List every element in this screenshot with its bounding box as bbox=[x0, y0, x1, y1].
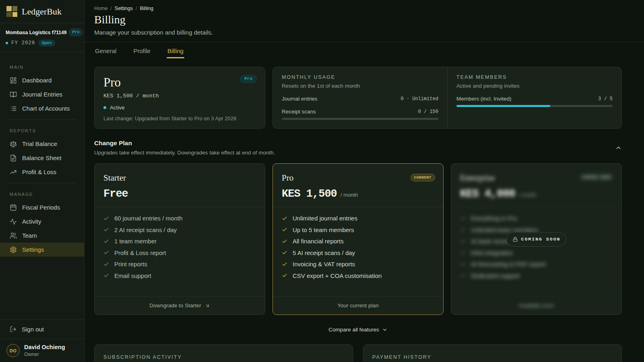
breadcrumb-home[interactable]: Home bbox=[94, 6, 107, 11]
plan-period: / month bbox=[519, 192, 536, 198]
usage-row-label: Receipt scans bbox=[282, 109, 316, 115]
check-icon bbox=[460, 216, 466, 221]
plan-last-change: Last change: Upgraded from Starter to Pr… bbox=[103, 115, 256, 121]
sidebar-item-team[interactable]: Team bbox=[0, 228, 84, 243]
plan-feature: Up to 5 team members bbox=[293, 226, 354, 233]
users-icon bbox=[10, 232, 17, 239]
sidebar-item-trial-balance[interactable]: Trial Balance bbox=[0, 137, 84, 151]
plan-feature: Profit & Loss report bbox=[114, 249, 166, 256]
sidebar-item-label: Profit & Loss bbox=[22, 169, 56, 175]
nav-section-reports: REPORTS bbox=[0, 120, 84, 137]
plan-feature: 1 team member bbox=[114, 238, 157, 245]
chevron-down-icon bbox=[382, 327, 388, 333]
user-role: Owner bbox=[24, 352, 65, 357]
check-icon bbox=[460, 273, 466, 278]
sidebar-item-label: Dashboard bbox=[22, 77, 52, 84]
file-text-icon bbox=[10, 154, 17, 162]
arrow-down-right-icon bbox=[205, 303, 210, 308]
coming-soon-overlay: COMING SOON bbox=[506, 232, 567, 247]
plan-feature: Email support bbox=[114, 272, 151, 279]
plan-feature: AI forecasting & PDF export bbox=[471, 261, 546, 267]
breadcrumb-billing: Billing bbox=[140, 6, 153, 11]
dashboard-icon bbox=[10, 77, 17, 84]
plan-amount: KES 4,000 bbox=[460, 188, 515, 200]
subscription-activity-card: SUBSCRIPTION ACTIVITY Recent changes to … bbox=[94, 344, 353, 362]
breadcrumb: Home/Settings/Billing bbox=[94, 6, 634, 11]
tab-general[interactable]: General bbox=[94, 42, 117, 58]
check-icon bbox=[282, 273, 287, 278]
fiscal-year: FY 2026 bbox=[11, 40, 35, 46]
usage-row-value: 0 · Unlimited bbox=[400, 96, 438, 102]
check-icon bbox=[103, 216, 109, 221]
payment-history-title: PAYMENT HISTORY bbox=[372, 354, 613, 360]
members-label: Members (incl. Invited) bbox=[456, 96, 512, 102]
downgrade-button[interactable]: Downgrade to Starter bbox=[95, 296, 265, 315]
sidebar-item-dashboard[interactable]: Dashboard bbox=[0, 73, 84, 87]
check-icon bbox=[282, 216, 287, 221]
billing-content: Pro Pro KES 1,500 / month Active Last ch… bbox=[85, 58, 644, 362]
sidebar-item-label: Fiscal Periods bbox=[22, 204, 60, 211]
org-switcher[interactable]: Mombasa Logistics f71149 Pro FY 2026 Ope… bbox=[0, 23, 84, 52]
monthly-usage-subtitle: Resets on the 1st of each month bbox=[282, 83, 438, 89]
org-name: Mombasa Logistics f71149 bbox=[6, 30, 66, 35]
settings-tabs: General Profile Billing bbox=[85, 42, 644, 58]
sidebar-item-profit-loss[interactable]: Profit & Loss bbox=[0, 165, 84, 179]
nav-section-main: MAIN bbox=[0, 56, 84, 73]
team-members-section: TEAM MEMBERS Active and pending invites … bbox=[447, 67, 621, 128]
brand-name: LedgerBuk bbox=[22, 6, 62, 17]
main-content: Home/Settings/Billing Billing Manage you… bbox=[85, 0, 644, 362]
user-name: David Ochieng bbox=[24, 344, 65, 350]
plan-feature: 5 AI receipt scans / day bbox=[293, 249, 355, 256]
check-icon bbox=[460, 227, 466, 232]
check-icon bbox=[103, 227, 109, 232]
payment-history-card: PAYMENT HISTORY Transactions for your su… bbox=[363, 344, 622, 362]
sign-out-button[interactable]: Sign out bbox=[0, 319, 84, 339]
book-open-icon bbox=[10, 91, 17, 98]
monthly-usage-section: MONTHLY USAGE Resets on the 1st of each … bbox=[273, 67, 447, 128]
plan-feature: 60 journal entries / month bbox=[114, 215, 182, 222]
check-icon bbox=[282, 250, 287, 255]
breadcrumb-settings[interactable]: Settings bbox=[115, 6, 133, 11]
sidebar-item-label: Journal Entries bbox=[22, 91, 62, 98]
check-icon bbox=[460, 239, 466, 244]
check-icon bbox=[460, 261, 466, 267]
usage-card: MONTHLY USAGE Resets on the 1st of each … bbox=[272, 67, 622, 129]
plan-card-pro: Pro CURRENT KES 1,500/ month Unlimited j… bbox=[272, 163, 444, 315]
team-members-title: TEAM MEMBERS bbox=[456, 74, 613, 80]
user-menu[interactable]: DO David Ochieng Owner bbox=[0, 339, 84, 362]
sidebar-item-balance-sheet[interactable]: Balance Sheet bbox=[0, 151, 84, 165]
sidebar-item-label: Settings bbox=[22, 246, 44, 253]
sidebar-item-fiscal-periods[interactable]: Fiscal Periods bbox=[0, 200, 84, 214]
monthly-usage-title: MONTHLY USAGE bbox=[282, 74, 438, 80]
plan-feature: Print reports bbox=[114, 261, 147, 267]
available-soon-footer: Available soon bbox=[451, 296, 621, 315]
fiscal-status-badge: Open bbox=[39, 40, 55, 46]
scale-icon bbox=[10, 140, 17, 148]
current-plan-footer: Your current plan bbox=[273, 296, 443, 315]
sidebar: LedgerBuk Mombasa Logistics f71149 Pro F… bbox=[0, 0, 85, 362]
sidebar-item-chart-of-accounts[interactable]: Chart of Accounts bbox=[0, 101, 84, 115]
check-icon bbox=[460, 250, 466, 255]
plan-period: / month bbox=[341, 192, 358, 198]
collapse-chevron-up-icon[interactable] bbox=[615, 144, 622, 151]
tab-profile[interactable]: Profile bbox=[132, 42, 151, 58]
plan-amount: Free bbox=[103, 188, 128, 200]
check-icon bbox=[282, 227, 287, 232]
check-icon bbox=[103, 261, 109, 267]
subscription-activity-title: SUBSCRIPTION ACTIVITY bbox=[103, 354, 344, 360]
plan-feature: Unlimited journal entries bbox=[293, 215, 357, 222]
brand-mark-icon bbox=[6, 6, 17, 17]
plan-feature: Dedicated support bbox=[471, 272, 520, 279]
sidebar-item-label: Trial Balance bbox=[22, 140, 57, 147]
tab-billing[interactable]: Billing bbox=[167, 42, 184, 58]
compare-all-features-link[interactable]: Compare all features bbox=[94, 327, 622, 333]
sidebar-item-settings[interactable]: Settings bbox=[0, 243, 84, 257]
check-icon bbox=[103, 250, 109, 255]
current-plan-name: Pro bbox=[103, 75, 256, 90]
current-badge: CURRENT bbox=[411, 174, 435, 181]
sidebar-item-activity[interactable]: Activity bbox=[0, 214, 84, 228]
usage-row-value: 0 / 150 bbox=[418, 109, 438, 115]
sidebar-item-journal-entries[interactable]: Journal Entries bbox=[0, 87, 84, 101]
members-value: 3 / 5 bbox=[598, 96, 613, 102]
lock-icon bbox=[512, 237, 518, 242]
